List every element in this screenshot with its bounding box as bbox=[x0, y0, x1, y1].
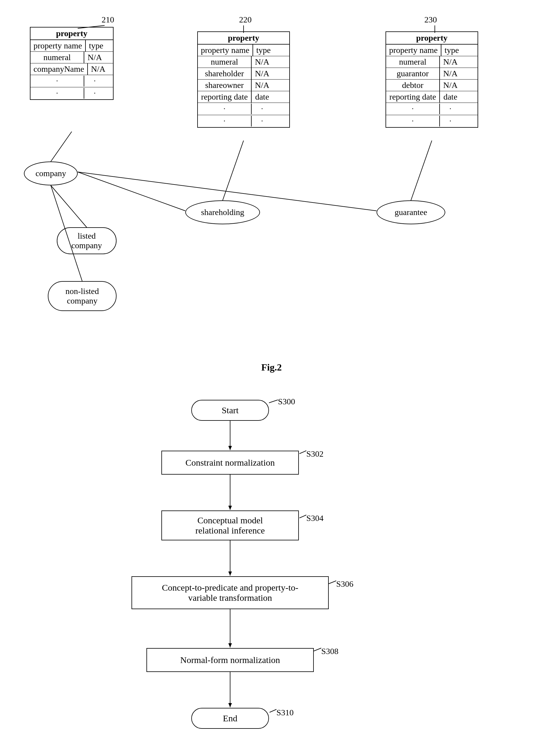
table-220-row2-name: shareholder bbox=[198, 68, 252, 79]
oval-listed-company: listed company bbox=[57, 227, 117, 254]
label-s300: S300 bbox=[278, 397, 295, 406]
fig2-caption: Fig.2 bbox=[18, 362, 525, 373]
table-230-dots4: · bbox=[440, 116, 461, 126]
table-220-header: property bbox=[198, 32, 289, 45]
oval-company: company bbox=[24, 161, 78, 185]
table-220-row3-name: shareowner bbox=[198, 80, 252, 91]
table-230-row3-name: debtor bbox=[386, 80, 440, 91]
table-230-dots3: · bbox=[386, 116, 440, 126]
table-230-row1-type: N/A bbox=[440, 56, 461, 68]
table-220-col1-header: property name bbox=[198, 45, 253, 56]
table-210-header: property bbox=[31, 28, 113, 40]
svg-line-25 bbox=[270, 709, 276, 712]
table-210-dots3: · bbox=[31, 88, 84, 99]
table-220-row3-type: N/A bbox=[252, 80, 272, 91]
table-220-row1-name: numeral bbox=[198, 56, 252, 68]
end-oval: End bbox=[191, 708, 269, 729]
table-210-dots2: · bbox=[84, 76, 105, 86]
fig2-diagram: 210 property property name type numeral … bbox=[18, 12, 526, 356]
label-230: 230 bbox=[424, 15, 437, 25]
table-210: property property name type numeral N/A … bbox=[30, 27, 114, 100]
svg-line-6 bbox=[223, 141, 244, 200]
svg-line-13 bbox=[299, 451, 306, 454]
table-210-row2-name: companyName bbox=[31, 63, 88, 75]
svg-line-8 bbox=[51, 185, 87, 227]
table-210-row1-type: N/A bbox=[84, 52, 105, 63]
label-s306: S306 bbox=[336, 579, 353, 589]
svg-line-7 bbox=[411, 141, 432, 200]
svg-line-16 bbox=[299, 515, 306, 518]
svg-line-4 bbox=[78, 172, 185, 211]
oval-guarantee: guarantee bbox=[376, 200, 445, 224]
start-oval: Start bbox=[191, 400, 269, 421]
svg-marker-18 bbox=[228, 571, 232, 576]
table-210-col1-header: property name bbox=[31, 40, 86, 51]
table-210-col2-header: type bbox=[86, 40, 107, 51]
label-s302: S302 bbox=[306, 449, 324, 459]
table-220: property property name type numeral N/A … bbox=[197, 31, 290, 128]
fig3-diagram: Start S300 Constraint normalization S302… bbox=[18, 391, 526, 756]
svg-line-19 bbox=[329, 581, 336, 584]
svg-marker-21 bbox=[228, 643, 232, 647]
table-230-row2-type: N/A bbox=[440, 68, 461, 79]
label-s308: S308 bbox=[321, 647, 338, 656]
table-230-row2-name: guarantor bbox=[386, 68, 440, 79]
table-230-header: property bbox=[386, 32, 478, 45]
label-210: 210 bbox=[102, 15, 114, 25]
table-220-row4-name: reporting date bbox=[198, 91, 252, 103]
table-210-dots4: · bbox=[84, 88, 105, 99]
box-normal-form: Normal-form normalization bbox=[147, 648, 314, 672]
label-s304: S304 bbox=[306, 513, 324, 523]
svg-line-22 bbox=[314, 648, 321, 651]
oval-non-listed-company: non-listed company bbox=[48, 281, 117, 311]
table-220-col2-header: type bbox=[253, 45, 274, 56]
table-230-row1-name: numeral bbox=[386, 56, 440, 68]
table-230-col1-header: property name bbox=[386, 45, 441, 56]
oval-shareholding: shareholding bbox=[185, 200, 260, 224]
label-220: 220 bbox=[239, 15, 252, 25]
table-220-row2-type: N/A bbox=[252, 68, 272, 79]
table-230-col2-header: type bbox=[441, 45, 462, 56]
table-220-row1-type: N/A bbox=[252, 56, 272, 68]
table-210-row1-name: numeral bbox=[31, 52, 84, 63]
table-230: property property name type numeral N/A … bbox=[385, 31, 478, 128]
table-220-row4-type: date bbox=[252, 91, 272, 103]
svg-line-10 bbox=[269, 400, 278, 403]
svg-marker-15 bbox=[228, 506, 232, 510]
svg-line-3 bbox=[51, 132, 72, 161]
box-constraint: Constraint normalization bbox=[161, 451, 299, 475]
table-220-dots1: · bbox=[198, 103, 252, 114]
table-210-dots1: · bbox=[31, 76, 84, 86]
table-220-dots2: · bbox=[252, 103, 272, 114]
label-s310: S310 bbox=[276, 708, 294, 717]
table-230-row4-name: reporting date bbox=[386, 91, 440, 103]
box-conceptual: Conceptual model relational inference bbox=[161, 510, 299, 540]
svg-marker-12 bbox=[228, 446, 232, 450]
table-230-dots2: · bbox=[440, 103, 461, 114]
table-230-row3-type: N/A bbox=[440, 80, 461, 91]
table-230-row4-type: date bbox=[440, 91, 461, 103]
svg-marker-24 bbox=[228, 703, 232, 707]
table-210-row2-type: N/A bbox=[88, 63, 109, 75]
table-220-dots4: · bbox=[252, 116, 272, 126]
table-220-dots3: · bbox=[198, 116, 252, 126]
box-concept-to-predicate: Concept-to-predicate and property-to- va… bbox=[132, 576, 329, 609]
fig3-arrows bbox=[18, 391, 526, 756]
table-230-dots1: · bbox=[386, 103, 440, 114]
